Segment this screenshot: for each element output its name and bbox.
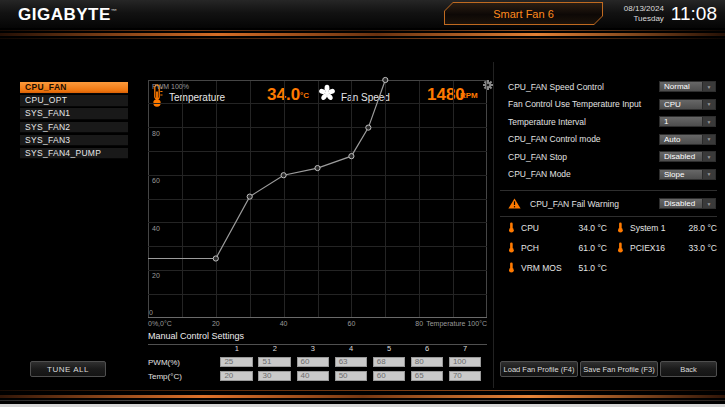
fail-warning-dropdown[interactable]: Disabled ▼ [659,198,716,209]
curve-point-2[interactable] [247,194,252,199]
setting-dropdown-cpu-fan-mode[interactable]: Slope▼ [659,169,716,180]
back-button[interactable]: Back [660,361,717,377]
pwm-cell-3[interactable]: 60 [297,357,329,367]
x-axis-label: Temperature 100°C [426,320,487,327]
readout-bar: Temperature 34.0 °C Fan Speed 1480 RPM [0,40,725,72]
vertical-divider [493,62,494,388]
chevron-down-icon: ▼ [702,117,715,126]
y-axis-label: PWM 100% [152,83,189,90]
temp-cell-6[interactable]: 65 [411,371,443,381]
x-axis-label: 40 [280,320,288,327]
sensor-thermometer-icon [617,242,624,253]
save-fan-profile-button[interactable]: Save Fan Profile (F3) [580,361,658,377]
chevron-down-icon: ▼ [702,170,715,179]
load-fan-profile-button[interactable]: Load Fan Profile (F4) [500,361,578,377]
curve-point-6[interactable] [366,125,371,130]
setting-row: Temperature Interval1▼ [508,116,716,127]
setting-row: Fan Control Use Temperature InputCPU▼ [508,99,716,110]
table-header-row: 1234567 [148,343,487,353]
row-label: PWM(%) [148,358,220,367]
fan-list: CPU_FANCPU_OPTSYS_FAN1SYS_FAN2SYS_FAN3SY… [20,82,128,159]
sidebar-item-sys_fan4_pump[interactable]: SYS_FAN4_PUMP [20,148,128,160]
curve-point-1[interactable] [213,256,218,261]
sidebar-item-sys_fan1[interactable]: SYS_FAN1 [20,108,128,120]
sensor-label: System 1 [630,223,689,233]
trademark-symbol: ™ [111,8,118,14]
column-header: 2 [259,344,291,353]
glow-top [0,30,725,31]
sidebar-item-cpu_fan[interactable]: CPU_FAN [20,82,128,94]
column-header: 5 [373,344,405,353]
tune-all-button[interactable]: TUNE ALL [30,361,106,377]
temp-cell-3[interactable]: 40 [297,371,329,381]
sensor-value: 33.0 °C [689,243,717,253]
sensor-item-pciex16: PCIEX1633.0 °C [617,242,717,253]
glow-top [0,38,725,39]
sensor-item-cpu: CPU34.0 °C [508,222,607,233]
curve-point-5[interactable] [349,154,354,159]
x-axis-label: 80 [415,320,423,327]
y-axis-label: 0 [149,309,153,316]
tab-smart-fan-6[interactable]: Smart Fan 6 [444,2,603,25]
sensor-value: 34.0 °C [579,223,607,233]
y-axis-label: 80 [152,130,160,137]
glow-bottom [0,400,725,401]
fan-curve-line [148,80,385,259]
setting-dropdown-cpu-fan-stop-value: Disabled [660,152,702,161]
temp-cell-2[interactable]: 30 [258,371,290,381]
fan-curve-chart[interactable]: PWM 100%806040200 [148,80,487,318]
sensor-thermometer-icon [508,222,515,233]
column-header: 6 [411,344,443,353]
column-header: 1 [221,344,253,353]
table-row: PWM(%)255160636880100 [148,357,487,367]
warning-icon [508,198,521,209]
fan-curve-svg[interactable] [148,80,487,318]
curve-point-7[interactable] [383,77,388,82]
pwm-cell-4[interactable]: 63 [335,357,367,367]
y-axis-label: 60 [152,177,160,184]
setting-dropdown-cpu-fan-speed-control[interactable]: Normal▼ [659,81,716,92]
setting-dropdown-temperature-interval[interactable]: 1▼ [659,116,716,127]
setting-dropdown-cpu-fan-control-mode[interactable]: Auto▼ [659,134,716,145]
setting-row: CPU_FAN Speed ControlNormal▼ [508,81,716,92]
glow-bottom [0,395,725,398]
sidebar-item-cpu_opt[interactable]: CPU_OPT [20,95,128,107]
y-axis-label: 40 [152,225,160,232]
glow-top [0,33,725,36]
curve-point-4[interactable] [315,165,320,170]
temp-cell-5[interactable]: 60 [373,371,405,381]
temp-cell-4[interactable]: 50 [335,371,367,381]
chevron-down-icon: ▼ [702,82,715,91]
temp-cell-1[interactable]: 20 [220,371,252,381]
tab-smart-fan-6-label: Smart Fan 6 [445,3,602,24]
sensors-grid: CPU34.0 °CSystem 128.0 °CPCH61.0 °CPCIEX… [508,222,717,273]
setting-dropdown-cpu-fan-control-mode-value: Auto [660,135,702,144]
curve-point-3[interactable] [281,173,286,178]
chevron-down-icon: ▼ [702,152,715,161]
pwm-cell-5[interactable]: 68 [373,357,405,367]
pwm-cell-2[interactable]: 51 [258,357,290,367]
setting-row: CPU_FAN StopDisabled▼ [508,151,716,162]
setting-row: CPU_FAN ModeSlope▼ [508,169,716,180]
setting-dropdown-temperature-interval-value: 1 [660,117,702,126]
sensor-thermometer-icon [508,262,515,273]
setting-dropdown-cpu-fan-stop[interactable]: Disabled▼ [659,151,716,162]
y-axis-label: 20 [152,272,160,279]
pwm-cell-1[interactable]: 25 [220,357,252,367]
pwm-cell-7[interactable]: 100 [449,357,481,367]
setting-dropdown-cpu-fan-mode-value: Slope [660,170,702,179]
setting-label: Temperature Interval [508,117,586,127]
chevron-down-icon: ▼ [702,135,715,144]
setting-dropdown-fan-control-use-temperature-input[interactable]: CPU▼ [659,99,716,110]
pwm-cell-6[interactable]: 80 [411,357,443,367]
manual-control-settings-table: 1234567PWM(%)255160636880100Temp(°C)2030… [148,343,487,385]
weekday-text: Tuesday [624,14,664,24]
x-axis-label: 60 [347,320,355,327]
sidebar-item-sys_fan2[interactable]: SYS_FAN2 [20,122,128,134]
gigabyte-logo: GIGABYTE™ [18,5,117,25]
sidebar-item-sys_fan3[interactable]: SYS_FAN3 [20,135,128,147]
glow-bottom [0,390,725,391]
column-header: 7 [449,344,481,353]
temp-cell-7[interactable]: 70 [449,371,481,381]
setting-dropdown-cpu-fan-speed-control-value: Normal [660,82,702,91]
